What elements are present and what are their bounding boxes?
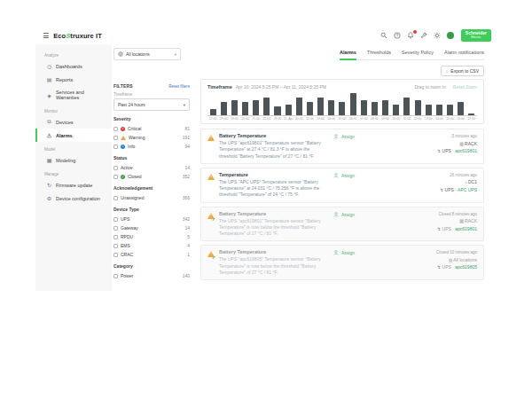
x-axis-tick-label: 06:00 <box>348 117 358 121</box>
sidebar-item-alarms[interactable]: ⚠Alarms <box>35 129 112 142</box>
sidebar-item-device-configuration[interactable]: ⚙Device configuration <box>35 192 112 205</box>
filter-option-active: Active14 <box>113 163 190 172</box>
chart-bar-slot <box>423 93 434 115</box>
main-header: All locations ▾ AlarmsThresholdsSeverity… <box>112 44 497 60</box>
alarm-card[interactable]: !Battery TemperatureThe UPS "apc619801" … <box>200 129 484 164</box>
x-axis-tick-label: 11:00 <box>402 117 412 121</box>
tab-thresholds[interactable]: Thresholds <box>367 50 391 57</box>
device-link[interactable]: apc619801 <box>455 226 477 231</box>
checkbox[interactable] <box>113 274 118 278</box>
filter-group-label: Category <box>113 263 190 269</box>
chart-bar-slot <box>262 93 272 115</box>
search-icon[interactable] <box>380 32 388 40</box>
alarm-card[interactable]: !✓Battery TemperatureThe UPS "apc619805"… <box>200 245 484 280</box>
reset-filters-link[interactable]: Reset filters <box>168 84 190 89</box>
alarm-histogram[interactable]: 17:0018:0019:0020:0021:0022:0023:0011. A… <box>207 93 477 121</box>
info-icon: i <box>121 145 125 149</box>
chart-bar-slot <box>207 93 218 115</box>
sidebar-item-services-and-warranties[interactable]: ◈Services and Warranties <box>35 86 112 104</box>
settings-gear-icon[interactable] <box>434 32 442 40</box>
ecostruxure-logo: EcoStruxure IT <box>53 32 102 40</box>
checkbox[interactable] <box>113 253 118 257</box>
alarm-time: Closed 10 minutes ago <box>388 249 477 256</box>
device-link[interactable]: apc619805 <box>455 264 477 270</box>
x-axis-tick-label: 05:00 <box>337 117 348 121</box>
tab-alarm-notifications[interactable]: Alarm notifications <box>444 50 484 57</box>
timeframe-select[interactable]: Past 24 hours ▾ <box>113 98 190 111</box>
checkbox[interactable] <box>113 235 118 239</box>
checkbox[interactable] <box>113 226 118 231</box>
sidebar-item-dashboards[interactable]: ◷Dashboards <box>35 59 112 73</box>
assign-button[interactable]: Assign <box>333 133 388 139</box>
alarm-title: Battery Temperature <box>219 249 333 254</box>
notifications-bell-icon[interactable] <box>407 32 415 40</box>
filter-option-ups: UPS342 <box>113 215 190 223</box>
firmware-update-icon: ↻ <box>46 182 52 188</box>
alarm-location[interactable]: ▥RACK <box>388 217 477 225</box>
filter-option-closed: ✓Closed352 <box>113 172 190 181</box>
chart-bar <box>361 100 367 116</box>
user-avatar[interactable] <box>447 32 454 39</box>
chart-bar-slot <box>380 93 391 115</box>
x-axis-tick-label: 08:00 <box>369 117 379 121</box>
assign-button[interactable]: Assign <box>333 211 388 217</box>
ups-icon: ↯ <box>437 264 441 270</box>
export-csv-button[interactable]: ↓ Export to CSV <box>441 66 484 76</box>
chart-bar <box>426 105 432 116</box>
checkbox[interactable] <box>113 136 118 140</box>
filter-option-count: 81 <box>184 126 190 131</box>
assign-button[interactable]: Assign <box>333 172 388 178</box>
alarm-device: ↯ UPS · apc619805 <box>388 263 477 271</box>
checkbox[interactable] <box>113 175 118 179</box>
services-icon: ◈ <box>46 92 52 98</box>
alarm-location[interactable]: ⌂DC1 <box>388 178 477 186</box>
checkbox[interactable] <box>113 127 118 131</box>
help-icon[interactable]: ? <box>394 32 402 40</box>
timeframe-filter-label: Timeframe <box>113 92 190 97</box>
ups-icon: ↯ <box>440 187 443 192</box>
sidebar-item-reports[interactable]: ▤Reports <box>35 73 112 86</box>
chart-bar-slot <box>434 93 444 115</box>
tab-alarms[interactable]: Alarms <box>340 50 356 57</box>
alarm-location[interactable]: ▥RACK <box>388 140 477 148</box>
x-axis-tick-label: 01:00 <box>293 117 304 121</box>
location-filter-dropdown[interactable]: All locations ▾ <box>113 48 181 60</box>
alarm-tabs: AlarmsThresholdsSeverity PolicyAlarm not… <box>340 50 484 60</box>
chart-bar-slot <box>229 93 239 115</box>
chart-bar-slot <box>348 93 358 115</box>
chart-bar <box>415 100 421 116</box>
x-axis-tick-label: 19:00 <box>229 117 239 121</box>
sidebar-item-label: Modeling <box>56 158 75 163</box>
wrench-icon[interactable] <box>420 32 428 40</box>
checkbox[interactable] <box>113 145 118 149</box>
device-link[interactable]: APC UPS <box>458 187 477 192</box>
filter-option-count: 14 <box>184 165 190 170</box>
alarm-location[interactable]: ◎All locations <box>388 256 477 264</box>
x-axis-tick-label: 11. Apr <box>283 117 293 121</box>
assign-button[interactable]: Assign <box>333 249 388 255</box>
modeling-icon: ▦ <box>46 157 52 163</box>
alarm-time: Closed 8 minutes ago <box>388 211 477 218</box>
alarm-card[interactable]: !TemperatureThe UPS "APC UPS" Temperatur… <box>200 168 484 203</box>
checkbox[interactable] <box>113 244 118 248</box>
chart-bar-slot <box>456 93 466 115</box>
x-axis-tick-label: 12:00 <box>412 117 423 121</box>
alarm-card[interactable]: !✓Battery TemperatureThe UPS "apc619801"… <box>200 207 484 242</box>
sidebar-item-devices[interactable]: ⧉Devices <box>35 115 112 129</box>
reset-zoom-button[interactable]: Reset Zoom <box>453 84 477 90</box>
checkbox[interactable] <box>113 217 118 222</box>
sidebar-item-firmware-update[interactable]: ↻Firmware update <box>35 178 112 192</box>
filter-option-info: iInfo94 <box>113 142 190 151</box>
filter-option-label: Power <box>121 273 133 278</box>
device-link[interactable]: apc619801 <box>455 148 477 153</box>
x-axis-tick-label: 16:00 <box>456 117 466 121</box>
filter-option-label: Warning <box>129 135 145 140</box>
tab-severity-policy[interactable]: Severity Policy <box>402 50 434 57</box>
checkbox[interactable] <box>113 196 118 200</box>
notification-badge <box>413 30 417 34</box>
closed-check-icon: ✓ <box>212 254 215 260</box>
sidebar-item-modeling[interactable]: ▦Modeling <box>35 153 112 167</box>
hamburger-menu-icon[interactable]: ☰ <box>43 32 49 40</box>
checkbox[interactable] <box>113 166 118 170</box>
sidebar-item-label: Device configuration <box>56 196 100 201</box>
